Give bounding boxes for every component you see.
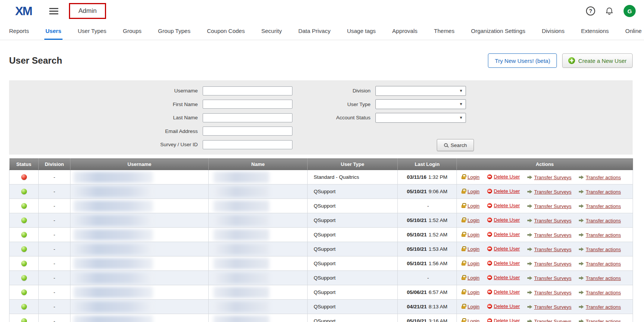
login-link[interactable]: Login	[461, 318, 480, 322]
transfer-surveys-link[interactable]: Transfer Surveys	[527, 203, 572, 209]
tab-online[interactable]: Online	[625, 22, 642, 40]
delete-user-link[interactable]: Delete User	[487, 289, 520, 295]
create-new-user-button[interactable]: Create a New User	[562, 53, 633, 68]
delete-icon	[487, 261, 492, 266]
tab-user-types[interactable]: User Types	[78, 22, 106, 40]
lock-icon	[461, 306, 466, 309]
account-status-select[interactable]: ▼	[375, 113, 466, 123]
status-icon	[21, 318, 27, 322]
transfer-actions-link[interactable]: Transfer actions	[579, 304, 621, 310]
login-link[interactable]: Login	[461, 189, 480, 194]
search-button[interactable]: Search	[437, 139, 474, 151]
last-name-input[interactable]	[203, 113, 292, 122]
status-icon	[21, 275, 27, 281]
tab-users[interactable]: Users	[45, 22, 61, 40]
transfer-actions-link[interactable]: Transfer actions	[579, 189, 621, 195]
tab-groups[interactable]: Groups	[123, 22, 141, 40]
login-date: 05/10/21	[407, 246, 427, 252]
transfer-surveys-link[interactable]: Transfer Surveys	[527, 218, 572, 224]
status-icon	[21, 189, 27, 194]
delete-user-link[interactable]: Delete User	[487, 217, 520, 223]
delete-user-link[interactable]: Delete User	[487, 275, 520, 280]
login-link[interactable]: Login	[461, 246, 480, 252]
username-input[interactable]	[203, 86, 292, 95]
notifications-bell-icon[interactable]	[605, 7, 614, 16]
transfer-actions-link[interactable]: Transfer actions	[579, 247, 621, 252]
login-link[interactable]: Login	[461, 174, 480, 180]
delete-link-label: Delete User	[494, 303, 520, 309]
transfer-surveys-link[interactable]: Transfer Surveys	[527, 232, 572, 238]
delete-user-link[interactable]: Delete User	[487, 318, 520, 322]
delete-user-link[interactable]: Delete User	[487, 260, 520, 266]
transfer-actions-link[interactable]: Transfer actions	[579, 290, 621, 295]
bell-glyph	[605, 7, 614, 16]
redacted-name	[213, 229, 269, 241]
tab-usage-tags[interactable]: Usage tags	[347, 22, 376, 40]
tab-divisions[interactable]: Divisions	[542, 22, 564, 40]
transfer-surveys-link[interactable]: Transfer Surveys	[527, 275, 572, 281]
transfer-actions-link[interactable]: Transfer actions	[579, 261, 621, 267]
tab-group-types[interactable]: Group Types	[158, 22, 191, 40]
transfer-surveys-link[interactable]: Transfer Surveys	[527, 175, 572, 180]
tab-approvals[interactable]: Approvals	[392, 22, 417, 40]
survey-user-id-input[interactable]	[203, 140, 292, 149]
transfer-surveys-link[interactable]: Transfer Surveys	[527, 290, 572, 295]
delete-user-link[interactable]: Delete User	[487, 174, 520, 180]
transfer-actions-link[interactable]: Transfer actions	[579, 175, 621, 180]
transfer-actions-link[interactable]: Transfer actions	[579, 232, 621, 238]
transfer-surveys-link[interactable]: Transfer Surveys	[527, 247, 572, 252]
tab-reports[interactable]: Reports	[9, 22, 29, 40]
transfer-surveys-link[interactable]: Transfer Surveys	[527, 189, 572, 195]
user-type-select[interactable]: ▼	[375, 99, 466, 109]
transfer-actions-link[interactable]: Transfer actions	[579, 203, 621, 209]
login-link[interactable]: Login	[461, 304, 480, 309]
transfer-actions-link[interactable]: Transfer actions	[579, 319, 621, 322]
tab-extensions[interactable]: Extensions	[581, 22, 609, 40]
division-cell: -	[39, 242, 70, 256]
delete-user-link[interactable]: Delete User	[487, 203, 520, 208]
tab-data-privacy[interactable]: Data Privacy	[298, 22, 330, 40]
status-cell	[9, 184, 39, 199]
login-link-label: Login	[467, 232, 480, 238]
arrow-right-icon	[527, 190, 532, 194]
login-link[interactable]: Login	[461, 203, 480, 209]
name-cell	[209, 242, 308, 256]
user-type-cell: QSupport	[308, 300, 398, 314]
tab-coupon-codes[interactable]: Coupon Codes	[207, 22, 245, 40]
division-select[interactable]: ▼	[375, 86, 466, 96]
chevron-down-icon: ▼	[459, 102, 463, 106]
transfer-surveys-link[interactable]: Transfer Surveys	[527, 304, 572, 310]
transfer-surveys-link[interactable]: Transfer Surveys	[527, 319, 572, 322]
transfer-actions-label: Transfer actions	[586, 203, 621, 209]
delete-user-link[interactable]: Delete User	[487, 231, 520, 237]
email-address-input[interactable]	[203, 127, 292, 136]
login-link[interactable]: Login	[461, 217, 480, 223]
delete-user-link[interactable]: Delete User	[487, 188, 520, 194]
delete-link-label: Delete User	[494, 275, 520, 280]
login-time: 8:13 AM	[429, 304, 448, 309]
delete-icon	[487, 232, 492, 237]
menu-icon[interactable]	[49, 8, 58, 14]
avatar[interactable]: G	[624, 5, 636, 17]
arrow-right-icon	[579, 291, 584, 294]
actions-cell: Login Delete User Transfer Surveys Trans…	[457, 256, 633, 271]
redacted-username	[73, 244, 153, 255]
login-link[interactable]: Login	[461, 261, 480, 266]
login-link[interactable]: Login	[461, 232, 480, 238]
first-name-input[interactable]	[203, 100, 292, 109]
transfer-actions-link[interactable]: Transfer actions	[579, 218, 621, 224]
transfer-actions-link[interactable]: Transfer actions	[579, 275, 621, 281]
delete-user-link[interactable]: Delete User	[487, 246, 520, 252]
last-login-cell: 05/10/211:53 AM	[398, 242, 457, 256]
form-row: Division ▼	[301, 84, 466, 98]
delete-user-link[interactable]: Delete User	[487, 303, 520, 309]
login-link[interactable]: Login	[461, 275, 480, 281]
tab-security[interactable]: Security	[261, 22, 282, 40]
transfer-surveys-link[interactable]: Transfer Surveys	[527, 261, 572, 267]
xm-logo[interactable]: XM	[15, 4, 32, 18]
tab-organization-settings[interactable]: Organization Settings	[471, 22, 525, 40]
help-icon[interactable]: ?	[586, 6, 595, 16]
login-link[interactable]: Login	[461, 289, 480, 295]
tab-themes[interactable]: Themes	[434, 22, 455, 40]
try-new-users-button[interactable]: Try New Users! (beta)	[488, 53, 557, 68]
